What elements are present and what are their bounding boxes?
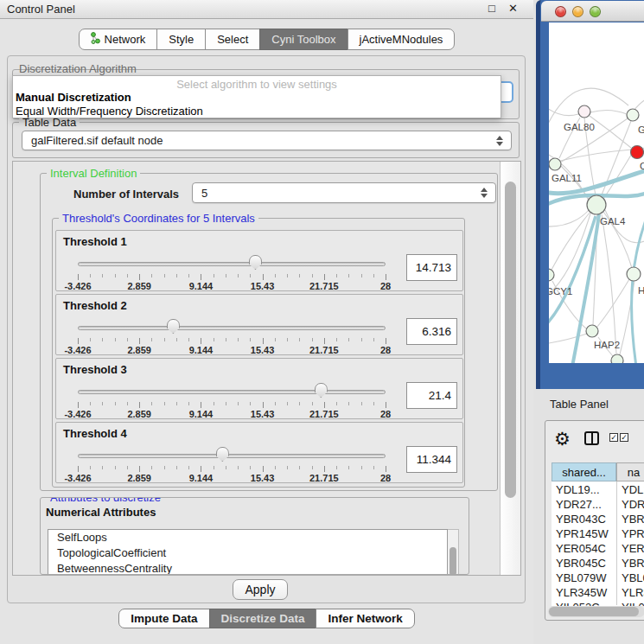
table-row[interactable]: YLR345WYLR3 bbox=[552, 585, 644, 600]
network-node[interactable] bbox=[549, 269, 554, 281]
table-horizontal-scrollbar-thumb[interactable] bbox=[549, 607, 639, 616]
dropdown-item-equal-width[interactable]: Equal Width/Frequency Discretization bbox=[16, 105, 203, 118]
network-node[interactable] bbox=[587, 195, 606, 214]
slider-thumb[interactable] bbox=[249, 255, 262, 270]
float-window-icon[interactable]: □ bbox=[488, 2, 495, 15]
slider-tick bbox=[373, 466, 374, 469]
slider-tick bbox=[151, 466, 152, 469]
attribute-item-betweennesscentrality[interactable]: BetweennessCentrality bbox=[48, 561, 447, 575]
slider-tick bbox=[324, 274, 325, 280]
slider-tick bbox=[348, 466, 349, 469]
thresholds-title: Threshold's Coordinates for 5 Intervals bbox=[59, 212, 258, 225]
network-graph: GAL80GCGAL11GAL4GCY1HHAP2 bbox=[549, 22, 644, 363]
table-row[interactable]: YBR045CYBR0 bbox=[552, 556, 644, 571]
slider-tick bbox=[250, 402, 251, 405]
network-node[interactable] bbox=[611, 354, 623, 363]
gear-icon[interactable]: ⚙ bbox=[554, 428, 571, 450]
slider-tick bbox=[201, 402, 201, 408]
minimize-traffic-light[interactable] bbox=[572, 6, 583, 17]
tab-jactivemnodules[interactable]: jActiveMNodules bbox=[348, 29, 456, 50]
bottom-tab-infer-network[interactable]: Infer Network bbox=[316, 609, 414, 628]
apply-button[interactable]: Apply bbox=[233, 579, 288, 600]
table-row[interactable]: YER054CYER0 bbox=[552, 541, 644, 556]
slider-thumb[interactable] bbox=[167, 319, 180, 334]
table-row[interactable]: YPR145WYPR1 bbox=[552, 526, 644, 541]
tab-network[interactable]: Network bbox=[79, 29, 158, 50]
numerical-attributes-list[interactable]: SelfLoopsTopologicalCoefficientBetweenne… bbox=[48, 529, 448, 575]
slider-tick bbox=[386, 338, 386, 344]
attribute-item-topologicalcoefficient[interactable]: TopologicalCoefficient bbox=[48, 545, 447, 561]
tab-label: jActiveMNodules bbox=[360, 33, 443, 46]
threshold-label: Threshold 2 bbox=[63, 299, 127, 312]
network-node-label: G bbox=[638, 124, 644, 135]
table-row[interactable]: YBR043CYBR0 bbox=[552, 512, 644, 526]
slider-tick bbox=[164, 338, 165, 341]
checkbox-icon[interactable]: ✓ bbox=[609, 433, 618, 442]
table-cell: YPR145W bbox=[556, 526, 615, 541]
slider-tick bbox=[238, 338, 239, 341]
threshold-value-field[interactable]: 14.713 bbox=[406, 254, 457, 281]
table-data-combobox[interactable]: galFiltered.sif default node bbox=[22, 131, 512, 150]
num-intervals-combobox[interactable]: 5 bbox=[192, 182, 496, 203]
slider-track[interactable] bbox=[78, 454, 386, 458]
close-icon[interactable]: ✕ bbox=[508, 2, 518, 15]
slider-tick bbox=[226, 402, 226, 405]
vertical-scrollbar[interactable] bbox=[500, 162, 520, 575]
slider-track[interactable] bbox=[78, 390, 386, 394]
zoom-traffic-light[interactable] bbox=[590, 6, 601, 17]
threshold-value-field[interactable]: 6.316 bbox=[406, 318, 457, 345]
slider-tick bbox=[336, 338, 337, 341]
slider-track[interactable] bbox=[78, 326, 386, 330]
slider-tick bbox=[312, 274, 313, 277]
column-layout-icon[interactable] bbox=[584, 431, 599, 445]
table-horizontal-scrollbar[interactable] bbox=[548, 606, 644, 617]
table-row[interactable]: YDL19...YDL1 bbox=[552, 482, 644, 497]
slider-thumb[interactable] bbox=[216, 447, 229, 462]
vertical-scrollbar-thumb[interactable] bbox=[505, 182, 516, 498]
slider-tick-label: 2.859 bbox=[127, 281, 151, 291]
network-node[interactable] bbox=[627, 109, 639, 121]
slider-tick bbox=[176, 466, 177, 469]
slider-tick bbox=[214, 338, 214, 341]
network-canvas[interactable]: GAL80GCGAL11GAL4GCY1HHAP2 bbox=[549, 22, 644, 363]
num-intervals-label: Number of Intervals bbox=[73, 188, 179, 201]
network-node[interactable] bbox=[578, 105, 590, 118]
network-node[interactable] bbox=[586, 325, 598, 337]
table-column-header-1[interactable]: shared... bbox=[552, 462, 616, 481]
bottom-tab-discretize-data[interactable]: Discretize Data bbox=[209, 609, 317, 628]
tab-select[interactable]: Select bbox=[205, 29, 260, 50]
slider-tick bbox=[361, 274, 362, 277]
network-node[interactable] bbox=[549, 158, 561, 170]
network-edge bbox=[549, 334, 587, 344]
slider-tick bbox=[139, 466, 140, 472]
slider-track[interactable] bbox=[78, 262, 386, 266]
slider-thumb[interactable] bbox=[315, 383, 328, 398]
panel-title: Control Panel bbox=[7, 3, 75, 16]
table-cell: YBR045C bbox=[556, 556, 615, 571]
table-row[interactable]: YDR27...YDR2 bbox=[552, 497, 644, 512]
table-column-header-2[interactable]: na bbox=[616, 462, 644, 481]
slider-tick bbox=[263, 274, 264, 280]
checkbox-icon[interactable]: ✓ bbox=[620, 433, 628, 442]
network-node-label: GAL11 bbox=[552, 173, 582, 183]
network-node[interactable] bbox=[627, 267, 641, 281]
tab-cyni-toolbox[interactable]: Cyni Toolbox bbox=[259, 29, 348, 50]
threshold-value-field[interactable]: 21.4 bbox=[406, 382, 457, 409]
threshold-value-field[interactable]: 11.344 bbox=[406, 446, 457, 473]
close-traffic-light[interactable] bbox=[555, 6, 566, 17]
attributes-list-scrollbar[interactable] bbox=[448, 529, 459, 575]
table-row[interactable]: YBL079WYBL0 bbox=[552, 571, 644, 585]
attribute-item-selfloops[interactable]: SelfLoops bbox=[48, 530, 447, 545]
slider-tick bbox=[373, 274, 374, 277]
table-cell: YLR3 bbox=[622, 585, 644, 600]
attributes-list-scrollbar-thumb[interactable] bbox=[450, 547, 456, 575]
table-row[interactable]: YIL052CYIL0 bbox=[552, 600, 644, 606]
dropdown-item-manual-discretization[interactable]: Manual Discretization bbox=[16, 91, 131, 104]
network-node[interactable] bbox=[631, 146, 644, 159]
network-icon bbox=[91, 32, 100, 47]
bottom-tab-impute-data[interactable]: Impute Data bbox=[118, 609, 209, 628]
network-edge bbox=[634, 97, 644, 110]
slider-tick bbox=[164, 274, 165, 277]
tab-style[interactable]: Style bbox=[156, 29, 206, 50]
slider-tick bbox=[201, 466, 201, 472]
